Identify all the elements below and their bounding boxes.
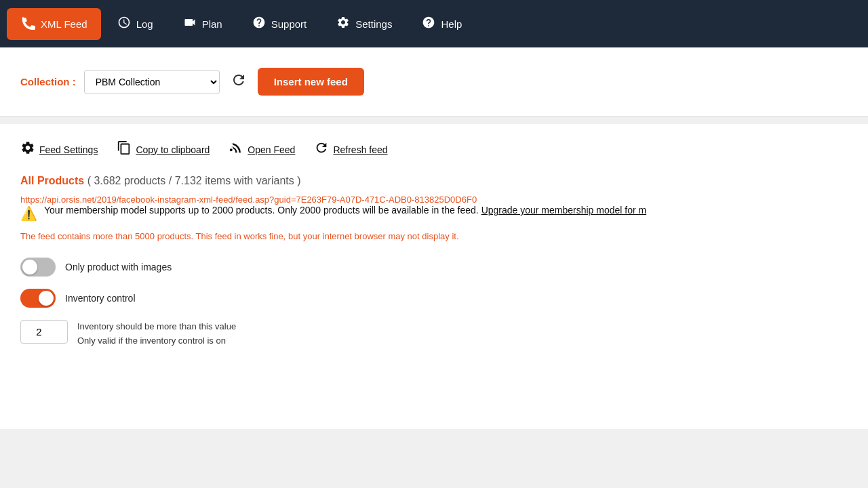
inventory-row: Inventory should be more than this value…: [20, 320, 848, 348]
images-toggle-label: Only product with images: [65, 262, 172, 272]
collection-select[interactable]: PBM Collection All Products Summer Colle…: [84, 70, 220, 94]
nav-support[interactable]: Support: [239, 9, 321, 39]
nav-xml-feed[interactable]: XML Feed: [7, 8, 101, 40]
xml-feed-icon: [20, 15, 35, 33]
insert-feed-button[interactable]: Insert new feed: [258, 68, 364, 96]
refresh-feed-button[interactable]: Refresh feed: [314, 140, 387, 159]
images-slider: [20, 258, 56, 277]
upgrade-link[interactable]: Upgrade your membership model for m: [481, 205, 647, 216]
inventory-toggle[interactable]: [20, 289, 56, 308]
inventory-toggle-row: Inventory control: [20, 289, 848, 308]
feed-settings-button[interactable]: Feed Settings: [20, 140, 98, 159]
refresh-icon: [314, 140, 329, 159]
copy-clipboard-button[interactable]: Copy to clipboard: [117, 140, 210, 159]
inventory-desc: Inventory should be more than this value…: [77, 320, 236, 348]
collection-section: Collection : PBM Collection All Products…: [0, 47, 868, 117]
product-title: All Products ( 3.682 products / 7.132 it…: [20, 175, 848, 187]
settings-icon: [336, 16, 350, 33]
gear-icon: [20, 140, 35, 159]
help-icon: [422, 16, 435, 33]
refresh-feed-label: Refresh feed: [333, 144, 387, 155]
copy-clipboard-label: Copy to clipboard: [136, 144, 210, 155]
inventory-value-input[interactable]: [20, 320, 68, 344]
nav-plan-label: Plan: [202, 18, 222, 30]
warning-text: Your membership model supports up to 200…: [44, 205, 646, 216]
inventory-toggle-label: Inventory control: [65, 293, 136, 304]
warning-box: ⚠️ Your membership model supports up to …: [20, 205, 848, 222]
main-content: Feed Settings Copy to clipboard Open Fee…: [0, 124, 868, 429]
nav-xml-feed-label: XML Feed: [41, 18, 87, 30]
support-icon: [252, 16, 266, 33]
toolbar: Feed Settings Copy to clipboard Open Fee…: [20, 140, 848, 159]
images-toggle-row: Only product with images: [20, 258, 848, 277]
open-feed-button[interactable]: Open Feed: [229, 140, 295, 159]
plan-icon: [183, 16, 197, 33]
nav-plan[interactable]: Plan: [170, 9, 236, 39]
nav-support-label: Support: [271, 18, 307, 30]
info-text: The feed contains more than 5000 product…: [20, 231, 848, 241]
warning-icon: ⚠️: [20, 205, 37, 222]
log-icon: [117, 16, 131, 33]
nav-log-label: Log: [136, 18, 153, 30]
nav-bar: XML Feed Log Plan Support Settings Help: [0, 0, 868, 47]
rss-icon: [229, 140, 243, 159]
collection-row: Collection : PBM Collection All Products…: [20, 68, 848, 96]
feed-url[interactable]: https://api.orsis.net/2019/facebook-inst…: [20, 195, 477, 205]
nav-settings[interactable]: Settings: [323, 9, 406, 39]
copy-icon: [117, 140, 132, 159]
refresh-collection-button[interactable]: [228, 69, 250, 95]
nav-log[interactable]: Log: [104, 9, 167, 39]
feed-settings-label: Feed Settings: [39, 144, 98, 155]
nav-help[interactable]: Help: [408, 9, 475, 39]
inventory-slider: [20, 289, 56, 308]
nav-help-label: Help: [441, 18, 462, 30]
product-count: ( 3.682 products / 7.132 items with vari…: [87, 175, 301, 186]
images-toggle[interactable]: [20, 258, 56, 277]
collection-label: Collection :: [20, 76, 76, 87]
open-feed-label: Open Feed: [248, 144, 295, 155]
nav-settings-label: Settings: [355, 18, 392, 30]
